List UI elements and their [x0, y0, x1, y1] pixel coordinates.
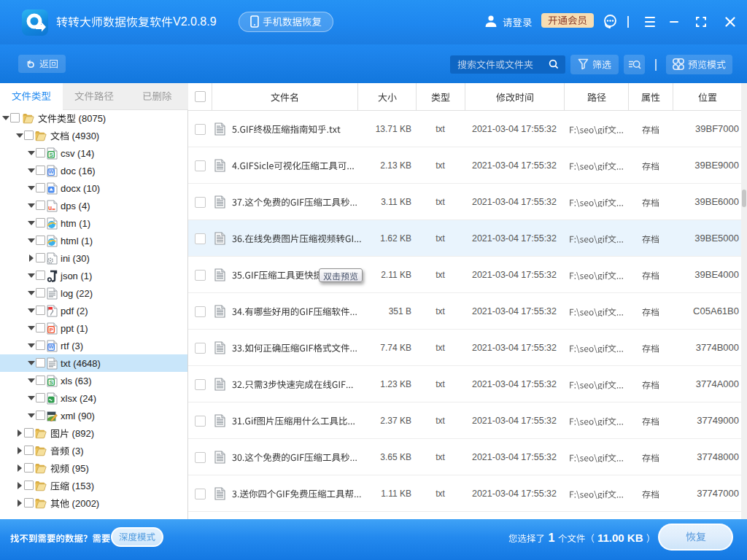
svg-text:S: S: [49, 152, 53, 158]
svg-text:S: S: [49, 379, 53, 386]
svg-text:P: P: [49, 327, 53, 333]
svg-text:u: u: [48, 204, 52, 211]
svg-text:W: W: [49, 168, 55, 175]
svg-text:W: W: [49, 343, 55, 350]
